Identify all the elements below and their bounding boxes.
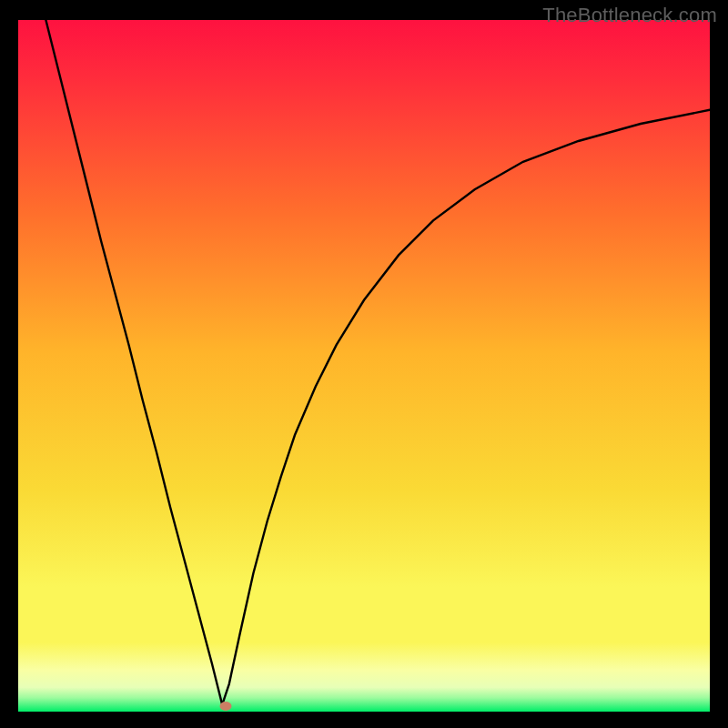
plot-outer [18, 20, 710, 712]
minimum-marker [220, 702, 232, 711]
chart-svg [18, 20, 710, 712]
plot-area [18, 20, 710, 712]
watermark-text: TheBottleneck.com [542, 4, 717, 27]
gradient-background [18, 20, 710, 712]
chart-frame: TheBottleneck.com [0, 0, 728, 728]
